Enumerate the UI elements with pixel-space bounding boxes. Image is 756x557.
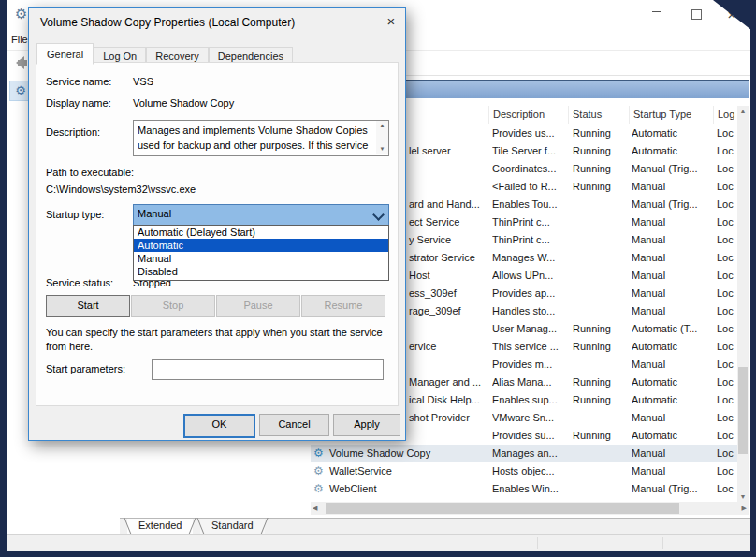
- back-icon[interactable]: [9, 55, 30, 70]
- display-name-label: Display name:: [46, 97, 111, 109]
- cell-desc: VMware Sn...: [492, 409, 567, 427]
- apply-button[interactable]: Apply: [333, 414, 400, 436]
- dropdown-option[interactable]: Automatic (Delayed Start): [134, 226, 388, 239]
- general-tab-page: Service name: VSS Display name: Volume S…: [36, 62, 399, 406]
- cell-status: [573, 480, 627, 498]
- cell-desc: Handles sto...: [492, 302, 567, 320]
- startup-type-value: Manual: [138, 208, 171, 219]
- cell-log: Loc: [717, 320, 737, 338]
- dropdown-option[interactable]: Disabled: [134, 265, 388, 278]
- cell-startup: Manual: [632, 231, 712, 249]
- horizontal-scroll-thumb[interactable]: [326, 503, 679, 514]
- cell-name: ⚙WalletService: [311, 462, 487, 480]
- minimize-button[interactable]: [644, 7, 670, 23]
- cell-name: ⚙Volume Shadow Copy: [311, 445, 487, 462]
- view-tabs-bar: Extended Standard: [120, 518, 750, 535]
- path-value: C:\Windows\system32\vssvc.exe: [46, 183, 196, 195]
- scroll-left-icon[interactable]: ◀: [313, 505, 317, 512]
- separator-line: [44, 257, 133, 257]
- column-header-startup-type[interactable]: Startup Type: [629, 106, 717, 124]
- cell-name: ⚙WebClient: [311, 480, 487, 498]
- dialog-close-icon[interactable]: ×: [383, 13, 400, 30]
- cell-status: Running: [573, 338, 627, 356]
- cell-startup: Manual: [632, 178, 712, 196]
- tab-extended[interactable]: Extended: [127, 519, 193, 535]
- vertical-scroll-thumb[interactable]: [738, 367, 748, 454]
- services-gear-icon: ⚙: [15, 83, 26, 97]
- cell-desc: Coordinates...: [492, 160, 567, 178]
- cell-desc: Tile Server f...: [492, 142, 567, 160]
- cell-desc: Manages an...: [492, 445, 567, 462]
- maximize-button[interactable]: [683, 7, 709, 23]
- service-row[interactable]: ⚙Volume Shadow CopyManages an...ManualLo…: [311, 445, 737, 462]
- tab-general[interactable]: General: [36, 43, 94, 65]
- cell-startup: Manual: [632, 302, 712, 320]
- start-parameters-input[interactable]: [152, 359, 384, 380]
- cell-startup: Automatic: [632, 338, 712, 356]
- cell-status: Running: [573, 320, 627, 338]
- cell-desc: Provides su...: [492, 427, 567, 445]
- description-label: Description:: [46, 126, 100, 138]
- scroll-down-icon[interactable]: ▼: [737, 493, 749, 500]
- desktop-corner: [713, 0, 756, 34]
- cell-desc: Hosts objec...: [492, 462, 567, 480]
- ok-button[interactable]: OK: [183, 414, 255, 438]
- menu-file[interactable]: File: [11, 34, 28, 45]
- cell-log: Loc: [717, 427, 737, 445]
- cell-log: Loc: [717, 160, 737, 178]
- cell-startup: Manual (Trig...: [632, 196, 712, 213]
- resume-button[interactable]: Resume: [301, 295, 385, 317]
- service-row[interactable]: ⚙WebClientEnables Win...Manual (Trig...L…: [311, 480, 737, 498]
- desc-scroll-down-icon[interactable]: ▼: [376, 146, 388, 152]
- scroll-up-icon[interactable]: ▲: [737, 108, 749, 114]
- stop-button[interactable]: Stop: [131, 295, 215, 317]
- cell-log: Loc: [717, 391, 737, 409]
- cell-log: Loc: [717, 409, 737, 427]
- cell-status: Running: [573, 374, 627, 391]
- scroll-right-icon[interactable]: ▶: [742, 505, 747, 512]
- cell-startup: Manual (Trig...: [632, 480, 712, 498]
- cell-startup: Manual: [632, 285, 712, 302]
- service-gear-icon: ⚙: [313, 445, 324, 462]
- startup-type-combobox[interactable]: Manual: [133, 204, 389, 227]
- cell-desc: User Manag...: [492, 320, 567, 338]
- cell-startup: Automatic (T...: [632, 320, 712, 338]
- cell-log: Loc: [717, 480, 737, 498]
- cell-log: Loc: [717, 249, 737, 267]
- cell-log: Loc: [717, 285, 737, 302]
- cell-log: Loc: [717, 338, 737, 356]
- cell-status: [573, 409, 627, 427]
- vertical-scrollbar[interactable]: ▲ ▼: [737, 106, 749, 502]
- column-header-status[interactable]: Status: [568, 106, 632, 124]
- cell-startup: Manual: [632, 249, 712, 267]
- cell-startup: Automatic: [632, 391, 712, 409]
- dropdown-option[interactable]: Manual: [134, 252, 388, 265]
- cell-startup: Manual: [632, 267, 712, 285]
- tab-standard[interactable]: Standard: [200, 519, 265, 535]
- column-header-description[interactable]: Description: [488, 106, 572, 124]
- cell-status: [573, 285, 627, 302]
- cell-desc: This service ...: [492, 338, 567, 356]
- cell-log: Loc: [717, 213, 737, 231]
- service-row[interactable]: ⚙WalletServiceHosts objec...ManualLoc: [311, 462, 737, 480]
- description-scrollbar[interactable]: ▲ ▼: [376, 121, 388, 154]
- chevron-down-icon: [372, 209, 385, 221]
- cell-startup: Manual: [632, 462, 712, 480]
- pause-button[interactable]: Pause: [216, 295, 300, 317]
- cell-log: Loc: [717, 125, 737, 142]
- dropdown-option[interactable]: Automatic: [134, 239, 388, 252]
- cell-status: [573, 249, 627, 267]
- start-button[interactable]: Start: [46, 295, 130, 317]
- cell-status: Running: [573, 160, 627, 178]
- cell-log: Loc: [717, 462, 737, 480]
- horizontal-scrollbar[interactable]: ◀ ▶: [311, 502, 749, 515]
- dialog-tabs: GeneralLog OnRecoveryDependencies: [36, 43, 293, 63]
- cell-desc: ThinPrint c...: [492, 231, 567, 249]
- cell-desc: Provides us...: [492, 125, 567, 142]
- description-textbox[interactable]: Manages and implements Volume Shadow Cop…: [133, 120, 389, 156]
- cell-status: [573, 302, 627, 320]
- cell-status: Running: [573, 178, 627, 196]
- cancel-button[interactable]: Cancel: [259, 414, 329, 436]
- desc-scroll-up-icon[interactable]: ▲: [376, 123, 388, 128]
- cell-desc: <Failed to R...: [492, 178, 567, 196]
